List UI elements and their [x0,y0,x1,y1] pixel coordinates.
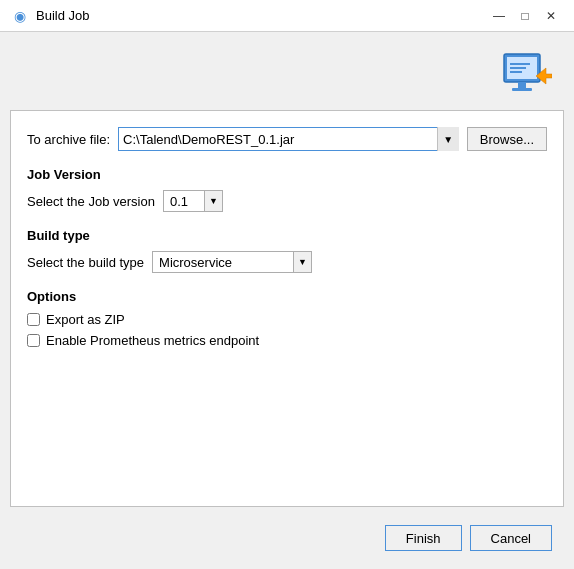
version-dropdown-arrow[interactable]: ▼ [204,191,222,211]
build-type-select-value: Microservice [153,255,293,270]
export-zip-label[interactable]: Export as ZIP [46,312,125,327]
archive-input-wrapper: ▼ [118,127,459,151]
finish-button[interactable]: Finish [385,525,462,551]
job-version-title: Job Version [27,167,547,182]
svg-rect-2 [518,82,526,88]
version-select-value: 0.1 [164,194,204,209]
prometheus-row: Enable Prometheus metrics endpoint [27,333,547,348]
options-title: Options [27,289,547,304]
build-type-section: Build type Select the build type Microse… [27,228,547,273]
window-title: Build Job [36,8,488,23]
minimize-button[interactable]: — [488,5,510,27]
build-job-icon [494,46,554,106]
build-type-label: Select the build type [27,255,144,270]
prometheus-label[interactable]: Enable Prometheus metrics endpoint [46,333,259,348]
close-button[interactable]: ✕ [540,5,562,27]
prometheus-checkbox[interactable] [27,334,40,347]
build-type-row: Select the build type Microservice ▼ [27,251,547,273]
job-version-section: Job Version Select the Job version 0.1 ▼ [27,167,547,212]
archive-file-row: To archive file: ▼ Browse... [27,127,547,151]
cancel-button[interactable]: Cancel [470,525,552,551]
archive-file-label: To archive file: [27,132,110,147]
job-version-row: Select the Job version 0.1 ▼ [27,190,547,212]
archive-dropdown-arrow[interactable]: ▼ [437,127,459,151]
maximize-button[interactable]: □ [514,5,536,27]
window-controls: — □ ✕ [488,5,562,27]
archive-file-input[interactable] [118,127,459,151]
build-type-title: Build type [27,228,547,243]
title-bar: ◉ Build Job — □ ✕ [0,0,574,32]
footer: Finish Cancel [10,517,564,559]
app-icon: ◉ [12,8,28,24]
browse-button[interactable]: Browse... [467,127,547,151]
svg-rect-3 [512,88,532,91]
job-version-label: Select the Job version [27,194,155,209]
options-section: Options Export as ZIP Enable Prometheus … [27,289,547,348]
export-zip-row: Export as ZIP [27,312,547,327]
build-type-select[interactable]: Microservice ▼ [152,251,312,273]
version-select[interactable]: 0.1 ▼ [163,190,223,212]
export-zip-checkbox[interactable] [27,313,40,326]
banner-area [10,42,564,110]
content-panel: To archive file: ▼ Browse... Job Version… [10,110,564,507]
build-type-dropdown-arrow[interactable]: ▼ [293,252,311,272]
dialog-body: To archive file: ▼ Browse... Job Version… [0,32,574,569]
